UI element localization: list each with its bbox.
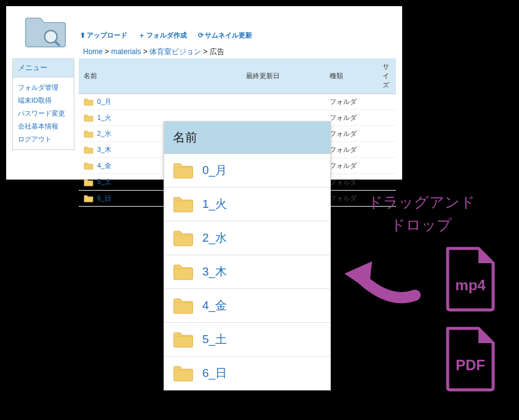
sidebar: メニュー フォルダ管理 端末ID取得 パスワード変更 会社基本情報 ログアウト: [12, 58, 74, 207]
row-name-label: 3_木: [97, 146, 111, 153]
row-updated-cell: [241, 94, 325, 110]
upload-icon: ⬆: [80, 31, 85, 39]
row-type-cell: フォルダ: [325, 158, 378, 174]
row-size-cell: [378, 142, 396, 158]
breadcrumb-home[interactable]: Home: [83, 47, 103, 56]
header: ⬆アップロード ＋フォルダ作成 ⟳サムネイル更新 Home > material…: [6, 6, 402, 58]
folder-icon: [173, 330, 194, 349]
row-type-cell: フォルダ: [325, 174, 378, 190]
folder-icon: [84, 178, 93, 187]
zoom-row[interactable]: 6_日: [164, 357, 330, 390]
row-type-cell: フォルダ: [325, 126, 378, 142]
row-type-cell: フォルダ: [325, 142, 378, 158]
zoom-row-label: 4_金: [202, 298, 227, 314]
row-name-label: 0_月: [97, 98, 111, 105]
sidebar-item-folder-mgmt[interactable]: フォルダ管理: [18, 81, 69, 94]
zoom-row[interactable]: 1_火: [164, 188, 330, 221]
folder-icon: [84, 146, 93, 154]
annotation-line2: ドロップ: [344, 213, 498, 236]
sidebar-item-change-password[interactable]: パスワード変更: [18, 107, 69, 120]
row-name-label: 2_水: [97, 130, 111, 137]
row-size-cell: [378, 174, 396, 190]
row-type-cell: フォルダ: [325, 110, 378, 126]
sidebar-item-company-info[interactable]: 会社基本情報: [18, 120, 69, 133]
pdf-file-icon[interactable]: PDF: [443, 326, 498, 392]
breadcrumb-current: 広告: [210, 47, 224, 56]
refresh-icon: ⟳: [198, 31, 204, 39]
folder-icon: [173, 229, 194, 247]
folder-icon: [173, 296, 194, 315]
zoom-row[interactable]: 5_土: [164, 323, 330, 357]
folder-icon: [173, 263, 194, 281]
row-size-cell: [378, 110, 396, 126]
folder-icon: [84, 130, 93, 138]
upload-button[interactable]: ⬆アップロード: [80, 31, 127, 40]
mp4-file-icon[interactable]: mp4: [443, 246, 498, 312]
zoom-row-label: 3_木: [202, 264, 227, 280]
breadcrumb-sep: >: [143, 47, 149, 56]
folder-icon: [84, 98, 93, 106]
zoom-panel-header: 名前: [164, 122, 330, 154]
arrow-icon: [341, 252, 421, 307]
refresh-thumbnails-button[interactable]: ⟳サムネイル更新: [198, 31, 252, 40]
zoom-row-label: 2_水: [202, 230, 227, 246]
sidebar-item-logout[interactable]: ログアウト: [18, 133, 69, 146]
annotation-line1: ドラッグアンド: [344, 191, 498, 213]
folder-icon: [173, 161, 194, 180]
breadcrumb-sep: >: [105, 47, 111, 56]
row-size-cell: [378, 158, 396, 174]
folder-icon: [173, 195, 194, 213]
zoom-row-label: 1_火: [202, 196, 227, 212]
zoom-row-label: 0_月: [202, 162, 227, 178]
zoom-row[interactable]: 2_水: [164, 221, 330, 255]
plus-icon: ＋: [138, 31, 145, 40]
row-size-cell: [378, 94, 396, 110]
table-row[interactable]: 0_月フォルダ: [79, 94, 396, 110]
col-header-updated[interactable]: 最終更新日: [241, 58, 325, 94]
zoom-row-label: 6_日: [202, 365, 227, 381]
svg-marker-2: [344, 261, 372, 290]
col-header-name[interactable]: 名前: [79, 58, 241, 94]
create-folder-button[interactable]: ＋フォルダ作成: [138, 31, 187, 40]
row-name-label: 4_金: [97, 162, 111, 169]
zoom-row[interactable]: 4_金: [164, 289, 330, 323]
toolbar: ⬆アップロード ＋フォルダ作成 ⟳サムネイル更新: [80, 31, 252, 40]
folder-icon: [173, 364, 194, 382]
row-name-label: 1_火: [97, 114, 111, 121]
sidebar-menu: フォルダ管理 端末ID取得 パスワード変更 会社基本情報 ログアウト: [12, 77, 74, 150]
row-name-label: 6_日: [97, 194, 111, 202]
mp4-label: mp4: [455, 277, 486, 293]
col-header-type[interactable]: 種類: [325, 58, 378, 94]
folder-icon: [84, 114, 93, 122]
file-type-icons: mp4 PDF: [443, 246, 498, 392]
row-size-cell: [378, 126, 396, 142]
folder-icon: [84, 162, 93, 170]
zoom-row[interactable]: 3_木: [164, 255, 330, 289]
row-name-cell[interactable]: 0_月: [79, 94, 241, 110]
sidebar-item-terminal-id[interactable]: 端末ID取得: [18, 94, 69, 107]
breadcrumb-sep: >: [203, 47, 209, 56]
folder-icon: [84, 194, 93, 203]
annotation-drag-and-drop: ドラッグアンド ドロップ: [344, 191, 498, 236]
row-type-cell: フォルダ: [325, 94, 378, 110]
breadcrumb: Home > materials > 体育室ビジョン > 広告: [83, 47, 224, 57]
breadcrumb-materials[interactable]: materials: [111, 47, 141, 56]
sidebar-title: メニュー: [12, 58, 74, 77]
app-logo-icon: [23, 14, 68, 49]
pdf-label: PDF: [456, 357, 485, 373]
breadcrumb-taiku[interactable]: 体育室ビジョン: [149, 47, 201, 56]
folder-list-zoom-panel: 名前 0_月 1_火 2_水 3_木 4_金 5_土 6_日: [164, 121, 331, 390]
col-header-size[interactable]: サイズ: [378, 58, 396, 94]
row-name-label: 5_土: [97, 178, 111, 185]
zoom-row-label: 5_土: [202, 331, 227, 347]
zoom-row[interactable]: 0_月: [164, 154, 330, 188]
